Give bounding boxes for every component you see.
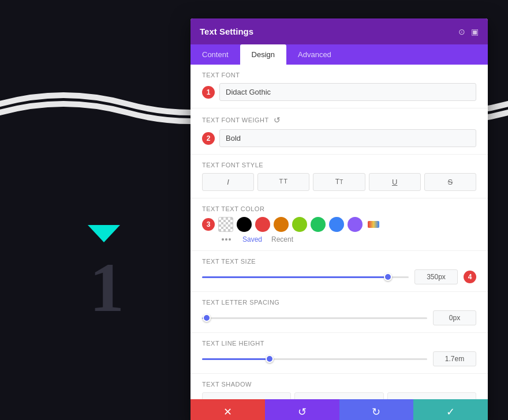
text-size-label: Text Text Size [202,258,476,265]
confirm-button[interactable]: ✓ [413,399,488,420]
panel-header: Text Settings ⊙ ▣ [190,18,488,44]
yellow-green-swatch[interactable] [292,217,307,232]
orange-swatch[interactable] [274,217,289,232]
text-font-weight-row: 2 Bold [202,129,476,147]
line-height-row [202,351,476,366]
line-height-input[interactable] [433,351,476,366]
shadow-grid: ⊘ aA aA aA aA aA [202,392,476,399]
text-font-row: 1 Didact Gothic [202,83,476,101]
text-font-weight-label: Text Font Weight [202,117,269,123]
svg-rect-0 [368,221,379,228]
recent-colors-link[interactable]: Recent [271,235,293,243]
step-4-badge: 4 [464,271,476,283]
expand-icon[interactable]: ▣ [471,27,479,36]
red-swatch[interactable] [255,217,270,232]
black-swatch[interactable] [237,217,252,232]
color-row: 3 [202,217,476,232]
letter-spacing-input[interactable] [433,310,476,325]
panel-header-icons: ⊙ ▣ [458,27,479,36]
panel-footer: ✕ ↺ ↻ ✓ [190,399,488,420]
step-3-badge: 3 [202,218,215,231]
reset-button[interactable]: ↺ [265,399,339,420]
uppercase-btn[interactable]: TT [257,173,309,191]
shadow-btn-2[interactable]: aA [294,392,383,399]
letter-spacing-row [202,310,476,325]
text-font-style-section: Text Font Style I TT TT U S [190,155,488,198]
text-font-style-label: Text Font Style [202,162,476,168]
panel-tabs: Content Design Advanced [190,44,488,65]
settings-icon[interactable]: ⊙ [458,27,465,36]
text-size-track[interactable] [202,276,409,278]
text-size-input[interactable] [414,269,458,284]
blue-swatch[interactable] [329,217,344,232]
letter-spacing-label: Text Letter Spacing [202,299,476,306]
shadow-btn-3[interactable]: aA [387,392,476,399]
text-font-label: Text Font [202,72,476,78]
line-height-section: Text Line Height [190,333,488,374]
saved-colors-link[interactable]: Saved [242,235,262,243]
line-height-label: Text Line Height [202,340,476,347]
text-color-label: Text Text Color [202,205,476,212]
step-1-badge: 1 [202,86,215,99]
text-shadow-section: Text Shadow ⊘ aA aA aA aA aA [190,374,488,399]
triangle-decoration [88,225,120,242]
cancel-button[interactable]: ✕ [190,399,265,420]
text-font-weight-select[interactable]: Bold [219,129,476,147]
green-swatch[interactable] [311,217,326,232]
gradient-picker-btn[interactable] [366,217,381,232]
color-saved-recent: Saved Recent [202,235,476,243]
text-font-section: Text Font 1 Didact Gothic [190,65,488,108]
tab-advanced[interactable]: Advanced [286,44,343,65]
redo-button[interactable]: ↻ [339,399,414,420]
number-decoration: 1 [89,248,124,328]
panel-body: Text Font 1 Didact Gothic Text Font Weig… [190,65,488,399]
purple-swatch[interactable] [348,217,363,232]
strikethrough-btn[interactable]: S [424,173,476,191]
tab-design[interactable]: Design [240,44,286,65]
text-font-weight-section: Text Font Weight ↺ 2 Bold [190,108,488,155]
font-style-row: I TT TT U S [202,173,476,191]
more-colors-btn[interactable] [219,236,233,243]
letter-spacing-section: Text Letter Spacing [190,292,488,333]
text-color-section: Text Text Color 3 [190,198,488,251]
line-height-track[interactable] [202,358,427,360]
italic-btn[interactable]: I [202,173,254,191]
text-font-select[interactable]: Didact Gothic [219,83,476,101]
no-shadow-btn[interactable]: ⊘ [202,392,291,399]
settings-panel: Text Settings ⊙ ▣ Content Design Advance… [190,18,488,420]
letter-spacing-track[interactable] [202,317,427,319]
text-shadow-label: Text Shadow [202,381,476,388]
panel-title: Text Settings [200,27,253,36]
underline-btn[interactable]: U [369,173,421,191]
text-size-row: 4 [202,269,476,284]
text-size-section: Text Text Size 4 [190,251,488,292]
reset-weight-icon[interactable]: ↺ [274,115,281,125]
capitalize-btn[interactable]: TT [313,173,365,191]
transparent-swatch[interactable] [218,217,233,232]
tab-content[interactable]: Content [190,44,240,65]
step-2-badge: 2 [202,132,215,145]
